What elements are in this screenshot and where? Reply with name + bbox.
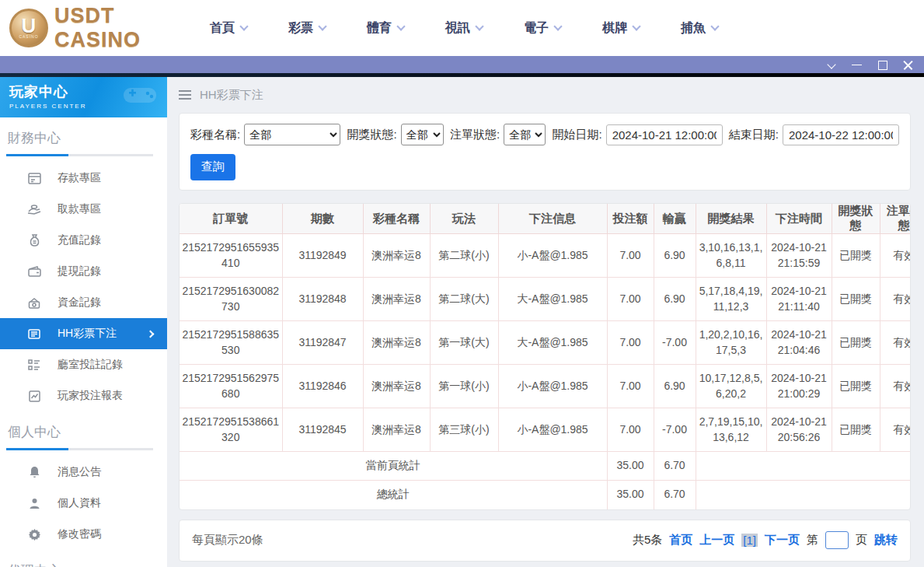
sidebar-item-funds-records[interactable]: 資金記錄 [0, 287, 167, 318]
chevron-right-icon [147, 330, 155, 338]
sidebar-item-withdraw-zone[interactable]: 取款專區 [0, 194, 167, 225]
col-header: 期數 [282, 204, 363, 234]
sidebar-item-announcements[interactable]: 消息公告 [0, 457, 167, 488]
sidebar-item-label: 取款專區 [58, 202, 101, 216]
cell-period: 31192845 [282, 408, 363, 452]
total-summary-win-loss: 6.70 [654, 481, 696, 509]
window-minimize-icon[interactable] [852, 60, 862, 70]
brand-logo[interactable]: U CASINO USDT CASINO [9, 4, 194, 52]
jump-prefix-label: 第 [807, 533, 818, 548]
page-summary-row: 當前頁統計 35.00 6.70 [180, 452, 911, 481]
sidebar-item-recharge-records[interactable]: 充值記錄 [0, 225, 167, 256]
sidebar-item-hh-lottery-bets[interactable]: HH彩票下注 [0, 318, 167, 349]
sidebar-item-label: 存款專區 [58, 171, 101, 185]
cell-win-loss: 6.90 [654, 278, 696, 321]
sidebar-item-label: 玩家投注報表 [58, 389, 123, 403]
total-summary-bet-amount: 35.00 [607, 481, 654, 509]
nav-label: 電子 [524, 20, 549, 37]
lottery-name-label: 彩種名稱: [190, 128, 240, 142]
start-date-input[interactable] [606, 124, 723, 145]
cell-draw-status: 已開獎 [832, 365, 880, 408]
cell-draw-result: 5,17,18,4,19,11,12,3 [696, 278, 766, 321]
coin-logo-icon: U CASINO [9, 9, 48, 47]
sidebar-item-label: 消息公告 [58, 465, 101, 479]
withdraw-icon [27, 202, 41, 216]
cell-play: 第二球(小) [430, 234, 498, 278]
sidebar-item-label: 充值記錄 [58, 233, 101, 247]
col-header: 彩種名稱 [363, 204, 430, 234]
bell-icon [27, 465, 41, 479]
sidebar: 玩家中心 PLAYERS CENTER 財務中心 存款專區 取款專區 充值記錄 … [0, 77, 167, 567]
cell-order-status: 有效 [880, 365, 911, 408]
cell-order-status: 有效 [880, 321, 911, 365]
current-page-indicator: [1] [741, 534, 758, 547]
cell-play: 第二球(大) [430, 278, 498, 321]
lottery-name-select[interactable]: 全部 [244, 124, 340, 145]
prev-page-link[interactable]: 上一页 [699, 533, 734, 548]
end-date-label: 結束日期: [729, 128, 779, 142]
sidebar-item-label: 資金記錄 [58, 296, 101, 310]
nav-item-lottery[interactable]: 彩票 [288, 20, 326, 37]
table-header-row: 訂單號 期數 彩種名稱 玩法 下注信息 投注額 輸贏 開獎結果 下注時間 開獎狀… [180, 204, 911, 234]
sidebar-item-player-bet-report[interactable]: 玩家投注報表 [0, 380, 167, 411]
lottery-bet-icon [27, 327, 41, 341]
brand-name: USDT CASINO [54, 4, 194, 52]
order-status-select[interactable]: 全部 [504, 124, 546, 145]
cell-order-status: 有效 [880, 234, 911, 278]
page-summary-empty [696, 452, 911, 481]
nav-item-sports[interactable]: 體育 [367, 20, 404, 37]
cell-draw-status: 已開獎 [832, 408, 880, 452]
search-button[interactable]: 查詢 [190, 154, 235, 180]
nav-item-live[interactable]: 視訊 [445, 20, 483, 37]
draw-status-select[interactable]: 全部 [401, 124, 444, 145]
pagination-controls: 共5条 首页 上一页 [1] 下一页 第 页 跳转 [633, 531, 898, 549]
cell-period: 31192849 [282, 234, 363, 278]
main-content: HH彩票下注 彩種名稱: 全部 開獎狀態: 全部 注單狀態: 全部 [167, 77, 924, 567]
cell-order-no: 2152172951655935410 [180, 234, 282, 278]
sidebar-item-profile[interactable]: 個人資料 [0, 488, 167, 519]
window-maximize-icon[interactable] [877, 60, 887, 70]
cell-bet-amount: 7.00 [607, 408, 654, 452]
cell-win-loss: -7.00 [654, 321, 696, 365]
cell-play: 第一球(小) [430, 365, 498, 408]
section-title-personal: 個人中心 [0, 411, 167, 448]
total-summary-label: 總統計 [180, 481, 607, 509]
end-date-input[interactable] [783, 124, 899, 145]
window-chevron-down-icon[interactable] [826, 60, 836, 70]
col-header: 訂單號 [180, 204, 282, 234]
col-header: 開獎結果 [696, 204, 766, 234]
sidebar-item-withdrawal-records[interactable]: 提現記錄 [0, 256, 167, 287]
sidebar-item-change-password[interactable]: 修改密碼 [0, 519, 167, 550]
next-page-link[interactable]: 下一页 [765, 533, 800, 548]
cell-lottery: 澳洲幸运8 [363, 234, 430, 278]
sidebar-item-room-bet-records[interactable]: 廳室投註記錄 [0, 349, 167, 380]
cell-order-no: 2152172951538661320 [180, 408, 282, 452]
nav-label: 體育 [367, 20, 392, 37]
players-center-banner[interactable]: 玩家中心 PLAYERS CENTER [0, 77, 167, 117]
nav-item-slots[interactable]: 電子 [524, 20, 561, 37]
page-summary-win-loss: 6.70 [654, 452, 696, 481]
nav-item-fishing[interactable]: 捕魚 [681, 20, 718, 37]
sidebar-item-deposit-zone[interactable]: 存款專區 [0, 163, 167, 194]
cell-period: 31192846 [282, 365, 363, 408]
jump-button[interactable]: 跳转 [874, 533, 898, 548]
sidebar-item-label: 個人資料 [58, 496, 101, 510]
user-icon [27, 496, 41, 510]
cell-bet-amount: 7.00 [607, 321, 654, 365]
nav-item-home[interactable]: 首頁 [210, 20, 247, 37]
chevron-down-icon [632, 22, 640, 30]
nav-item-boardgames[interactable]: 棋牌 [602, 20, 640, 37]
cell-play: 第三球(小) [430, 408, 498, 452]
cell-order-status: 有效 [880, 278, 911, 321]
jump-page-input[interactable] [825, 531, 849, 549]
cell-bet-amount: 7.00 [607, 278, 654, 321]
first-page-link[interactable]: 首页 [669, 533, 692, 548]
menu-icon[interactable] [179, 90, 191, 100]
cell-bet-info: 大-A盤@1.985 [498, 321, 607, 365]
cell-draw-status: 已開獎 [832, 321, 880, 365]
window-close-icon[interactable] [903, 60, 913, 70]
cell-bet-info: 小-A盤@1.985 [498, 408, 607, 452]
chevron-down-icon [475, 22, 483, 30]
chevron-down-icon [710, 22, 719, 30]
cell-order-status: 有效 [880, 408, 911, 452]
